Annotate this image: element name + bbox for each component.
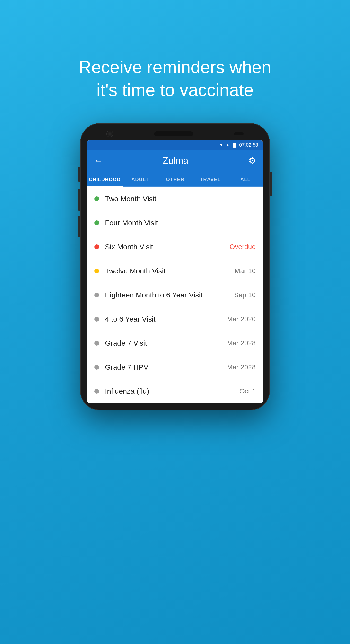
tab-childhood[interactable]: CHILDHOOD xyxy=(87,172,122,186)
visit-name: Two Month Visit xyxy=(105,195,256,203)
visit-date: Mar 2020 xyxy=(227,315,256,323)
hero-line2: it's time to vaccinate xyxy=(96,80,254,100)
list-item[interactable]: Influenza (flu) Oct 1 xyxy=(87,379,263,404)
hero-line1: Receive reminders when xyxy=(79,57,271,77)
back-button[interactable]: ← xyxy=(94,156,102,166)
volume-silent-button xyxy=(78,167,80,182)
visit-name: Grade 7 HPV xyxy=(105,363,227,371)
visit-name: Four Month Visit xyxy=(105,219,256,227)
visit-date: Mar 2028 xyxy=(227,339,256,347)
list-item[interactable]: Eighteen Month to 6 Year Visit Sep 10 xyxy=(87,283,263,307)
status-dot-red xyxy=(94,244,99,249)
status-dot-gray xyxy=(94,341,99,346)
list-item[interactable]: Grade 7 Visit Mar 2028 xyxy=(87,331,263,355)
status-dot-gray xyxy=(94,389,99,394)
visit-name: 4 to 6 Year Visit xyxy=(105,315,227,323)
status-dot-gray xyxy=(94,292,99,298)
wifi-icon: ▼ xyxy=(219,142,224,148)
overdue-badge: Overdue xyxy=(230,243,256,251)
visit-name: Twelve Month Visit xyxy=(105,267,234,275)
proximity-sensor xyxy=(234,132,244,135)
camera-lens xyxy=(106,130,113,137)
visit-date: Mar 10 xyxy=(234,267,256,275)
volume-up-button xyxy=(78,189,80,211)
phone-screen: ▼ ▲ ▐▌ 07:02:58 ← Zulma ⚙ CHILDHOOD ADUL… xyxy=(87,140,263,404)
visit-name: Grade 7 Visit xyxy=(105,339,227,347)
visit-date: Mar 2028 xyxy=(227,363,256,371)
power-button xyxy=(270,172,272,196)
visit-list: Two Month Visit Four Month Visit Six Mon… xyxy=(87,187,263,404)
list-item[interactable]: Six Month Visit Overdue xyxy=(87,235,263,259)
status-icons: ▼ ▲ ▐▌ 07:02:58 xyxy=(219,142,258,148)
phone-top-bar xyxy=(87,130,263,137)
app-bar-title: Zulma xyxy=(162,156,188,166)
visit-name: Eighteen Month to 6 Year Visit xyxy=(105,291,234,299)
list-item[interactable]: Two Month Visit xyxy=(87,187,263,211)
tab-all[interactable]: ALL xyxy=(228,172,263,186)
phone-mockup: ▼ ▲ ▐▌ 07:02:58 ← Zulma ⚙ CHILDHOOD ADUL… xyxy=(80,123,270,410)
tab-bar: CHILDHOOD ADULT OTHER TRAVEL ALL xyxy=(87,172,263,187)
status-bar: ▼ ▲ ▐▌ 07:02:58 xyxy=(87,140,263,150)
status-dot-gray xyxy=(94,317,99,322)
hero-text: Receive reminders when it's time to vacc… xyxy=(79,56,271,101)
speaker-grille xyxy=(154,132,193,136)
status-dot-yellow xyxy=(94,268,99,274)
tab-other[interactable]: OTHER xyxy=(158,172,193,186)
volume-down-button xyxy=(78,216,80,238)
visit-date: Sep 10 xyxy=(234,291,256,299)
visit-name: Influenza (flu) xyxy=(105,387,240,396)
settings-button[interactable]: ⚙ xyxy=(248,156,256,166)
list-item[interactable]: 4 to 6 Year Visit Mar 2020 xyxy=(87,307,263,331)
list-item[interactable]: Twelve Month Visit Mar 10 xyxy=(87,259,263,283)
app-bar: ← Zulma ⚙ xyxy=(87,150,263,172)
visit-date: Oct 1 xyxy=(240,387,256,395)
tab-travel[interactable]: TRAVEL xyxy=(193,172,228,186)
list-item[interactable]: Four Month Visit xyxy=(87,211,263,235)
visit-name: Six Month Visit xyxy=(105,243,230,251)
battery-icon: ▐▌ xyxy=(232,143,237,147)
status-time: 07:02:58 xyxy=(239,142,258,148)
status-dot-gray xyxy=(94,365,99,370)
hero-section: Receive reminders when it's time to vacc… xyxy=(79,27,271,101)
status-dot-green xyxy=(94,220,99,225)
status-dot-green xyxy=(94,196,99,201)
signal-icon: ▲ xyxy=(226,142,230,148)
tab-adult[interactable]: ADULT xyxy=(122,172,158,186)
phone-body: ▼ ▲ ▐▌ 07:02:58 ← Zulma ⚙ CHILDHOOD ADUL… xyxy=(80,123,270,410)
list-item[interactable]: Grade 7 HPV Mar 2028 xyxy=(87,355,263,379)
